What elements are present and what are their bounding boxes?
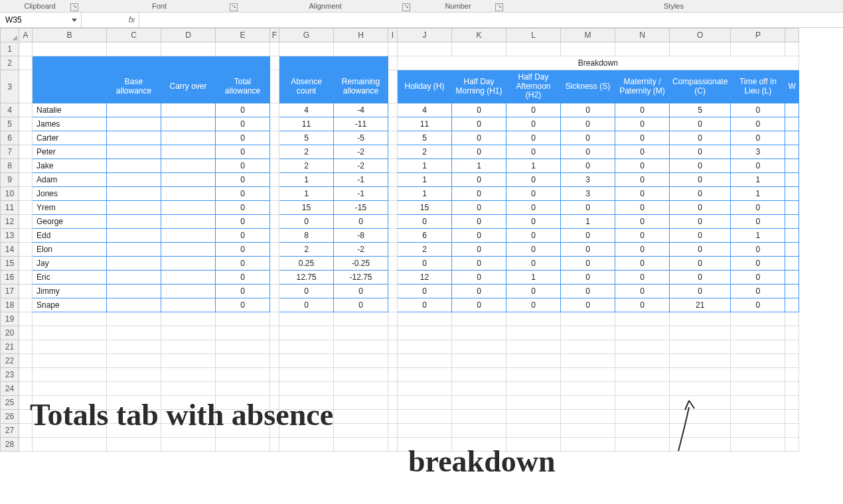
col-header[interactable]: D xyxy=(161,29,216,42)
cell-sick[interactable]: 0 xyxy=(561,145,615,159)
cell-base[interactable] xyxy=(107,201,161,215)
cell-carry[interactable] xyxy=(161,131,216,145)
cell-lieu[interactable]: 0 xyxy=(731,103,785,117)
cell-absence[interactable]: 1 xyxy=(279,187,334,201)
cell-base[interactable] xyxy=(107,159,161,173)
cell-wfh[interactable] xyxy=(785,131,799,145)
row-header[interactable]: 13 xyxy=(1,229,19,243)
cell-hda[interactable]: 0 xyxy=(506,187,561,201)
table-row[interactable]: 13Edd08-86000001 xyxy=(1,229,799,243)
row-header[interactable]: 5 xyxy=(1,117,19,131)
cell-remaining[interactable]: -8 xyxy=(334,229,388,243)
row-header[interactable]: 12 xyxy=(1,215,19,229)
cell-remaining[interactable]: -5 xyxy=(334,131,388,145)
row-header[interactable]: 10 xyxy=(1,187,19,201)
cell-carry[interactable] xyxy=(161,271,216,284)
row-header[interactable]: 26 xyxy=(1,410,19,424)
cell-hda[interactable]: 0 xyxy=(506,201,561,215)
dialog-launcher-icon[interactable]: ↘ xyxy=(495,3,503,11)
cell-wfh[interactable] xyxy=(785,201,799,215)
cell-wfh[interactable] xyxy=(785,271,799,284)
row-header[interactable]: 18 xyxy=(1,298,19,312)
cell-mat[interactable]: 0 xyxy=(615,298,670,312)
cell-name[interactable]: Natalie xyxy=(33,103,107,117)
row-header[interactable]: 17 xyxy=(1,284,19,298)
cell-remaining[interactable]: 0 xyxy=(334,284,388,298)
cell-carry[interactable] xyxy=(161,173,216,187)
cell-base[interactable] xyxy=(107,284,161,298)
cell-lieu[interactable]: 0 xyxy=(731,271,785,284)
dialog-launcher-icon[interactable]: ↘ xyxy=(402,3,410,11)
cell-base[interactable] xyxy=(107,257,161,271)
cell-wfh[interactable] xyxy=(785,284,799,298)
cell-comp[interactable]: 0 xyxy=(670,173,731,187)
row-header[interactable]: 3 xyxy=(1,70,19,103)
row-header[interactable]: 8 xyxy=(1,159,19,173)
cell-base[interactable] xyxy=(107,145,161,159)
cell-hdm[interactable]: 0 xyxy=(452,229,506,243)
cell-lieu[interactable]: 0 xyxy=(731,298,785,312)
cell-lieu[interactable]: 0 xyxy=(731,131,785,145)
col-header[interactable]: J xyxy=(398,29,452,42)
cell-absence[interactable]: 12.75 xyxy=(279,271,334,284)
cell-carry[interactable] xyxy=(161,215,216,229)
cell-holiday[interactable]: 0 xyxy=(398,215,452,229)
cell-hda[interactable]: 1 xyxy=(506,271,561,284)
cell-total[interactable]: 0 xyxy=(216,117,270,131)
cell-sick[interactable]: 0 xyxy=(561,284,615,298)
cell-comp[interactable]: 0 xyxy=(670,201,731,215)
row-header[interactable]: 27 xyxy=(1,424,19,438)
cell-sick[interactable]: 0 xyxy=(561,243,615,257)
cell-hda[interactable]: 0 xyxy=(506,243,561,257)
cell-comp[interactable]: 0 xyxy=(670,131,731,145)
cell-name[interactable]: Elon xyxy=(33,243,107,257)
cell-holiday[interactable]: 2 xyxy=(398,243,452,257)
cell-comp[interactable]: 0 xyxy=(670,159,731,173)
row-header[interactable]: 15 xyxy=(1,257,19,271)
cell-remaining[interactable]: -12.75 xyxy=(334,271,388,284)
cell-total[interactable]: 0 xyxy=(216,159,270,173)
cell-sick[interactable]: 0 xyxy=(561,117,615,131)
cell-hda[interactable]: 0 xyxy=(506,298,561,312)
cell-comp[interactable]: 0 xyxy=(670,215,731,229)
cell-name[interactable]: George xyxy=(33,215,107,229)
cell-total[interactable]: 0 xyxy=(216,229,270,243)
cell-remaining[interactable]: 0 xyxy=(334,298,388,312)
cell-comp[interactable]: 0 xyxy=(670,271,731,284)
col-header[interactable]: M xyxy=(561,29,615,42)
cell-carry[interactable] xyxy=(161,103,216,117)
cell-absence[interactable]: 2 xyxy=(279,159,334,173)
cell-holiday[interactable]: 15 xyxy=(398,201,452,215)
cell-lieu[interactable]: 0 xyxy=(731,201,785,215)
cell-total[interactable]: 0 xyxy=(216,298,270,312)
row-header[interactable]: 6 xyxy=(1,131,19,145)
cell-total[interactable]: 0 xyxy=(216,103,270,117)
col-header[interactable]: I xyxy=(388,29,398,42)
col-header[interactable] xyxy=(785,29,799,42)
cell-carry[interactable] xyxy=(161,257,216,271)
cell-name[interactable]: Jimmy xyxy=(33,284,107,298)
cell-base[interactable] xyxy=(107,215,161,229)
cell-lieu[interactable]: 3 xyxy=(731,145,785,159)
cell-absence[interactable]: 1 xyxy=(279,173,334,187)
cell-carry[interactable] xyxy=(161,284,216,298)
row-header[interactable]: 14 xyxy=(1,243,19,257)
cell-total[interactable]: 0 xyxy=(216,131,270,145)
col-header[interactable]: H xyxy=(334,29,388,42)
cell-wfh[interactable] xyxy=(785,117,799,131)
cell-hdm[interactable]: 0 xyxy=(452,243,506,257)
cell-total[interactable]: 0 xyxy=(216,145,270,159)
cell-sick[interactable]: 0 xyxy=(561,229,615,243)
cell-mat[interactable]: 0 xyxy=(615,131,670,145)
cell-mat[interactable]: 0 xyxy=(615,229,670,243)
cell-hdm[interactable]: 0 xyxy=(452,271,506,284)
cell-comp[interactable]: 0 xyxy=(670,145,731,159)
cell-carry[interactable] xyxy=(161,243,216,257)
table-row[interactable]: 5James011-1111000000 xyxy=(1,117,799,131)
cell-sick[interactable]: 0 xyxy=(561,103,615,117)
cell-holiday[interactable]: 0 xyxy=(398,298,452,312)
cell-hdm[interactable]: 0 xyxy=(452,201,506,215)
cell-mat[interactable]: 0 xyxy=(615,117,670,131)
cell-wfh[interactable] xyxy=(785,257,799,271)
table-row[interactable]: 7Peter02-22000003 xyxy=(1,145,799,159)
